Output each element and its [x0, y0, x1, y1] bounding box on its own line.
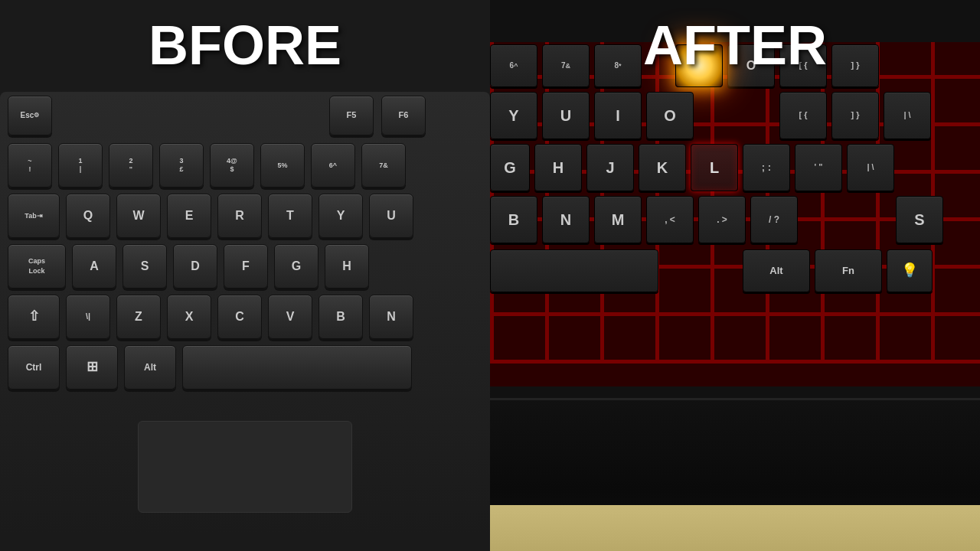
key-a: A — [72, 244, 116, 289]
key-w: W — [116, 194, 161, 238]
key-after-n: N — [542, 196, 590, 243]
key-after-k: K — [639, 144, 686, 191]
after-panel: AFTER 6^ 7& 8* O [ { ] } Y U I O [ { ] }… — [490, 0, 980, 551]
key-backslash: \| — [66, 295, 110, 339]
key-g: G — [274, 244, 318, 289]
key-after-s-partial: S — [896, 196, 943, 243]
key-after-pipe: | \ — [884, 92, 931, 139]
key-c: C — [217, 295, 262, 339]
key-esc: Esc⚙ — [8, 96, 52, 135]
key-u: U — [369, 194, 413, 238]
key-alt: Alt — [124, 345, 176, 390]
key-t: T — [268, 194, 312, 238]
key-after-space — [490, 249, 658, 292]
key-after-o: O — [646, 92, 694, 139]
key-3: 3£ — [159, 143, 204, 187]
key-space — [182, 345, 412, 390]
key-ctrl: Ctrl — [8, 345, 60, 390]
key-win: ⊞ — [66, 345, 118, 390]
key-after-period: . > — [698, 196, 746, 243]
key-after-y: Y — [490, 92, 537, 139]
key-shift: ⇧ — [8, 295, 60, 339]
key-7: 7& — [361, 143, 406, 187]
key-n: N — [369, 295, 413, 339]
key-5: 5% — [260, 143, 305, 187]
key-h: H — [325, 244, 369, 289]
key-tab: Tab⇥ — [8, 194, 60, 238]
key-after-l: L — [691, 144, 738, 191]
key-y: Y — [318, 194, 363, 238]
key-after-u: U — [542, 92, 590, 139]
desk-surface — [490, 505, 980, 551]
key-capslock: CapsLock — [8, 244, 66, 289]
before-label: BFORE — [149, 14, 341, 77]
key-after-row1-br-l: [ { — [779, 92, 827, 139]
key-after-h: H — [534, 144, 582, 191]
key-4: 4@$ — [210, 143, 254, 187]
key-after-comma: , < — [646, 196, 694, 243]
key-1: 1| — [58, 143, 103, 187]
before-keyboard: Esc⚙ F5 F6 ~! 1| 2" 3£ 4@$ 5% 6^ 7& Tab⇥… — [0, 92, 490, 536]
key-v: V — [268, 295, 312, 339]
key-after-slash: / ? — [750, 196, 798, 243]
key-after-i: I — [594, 92, 642, 139]
key-x: X — [167, 295, 211, 339]
after-label: AFTER — [643, 14, 827, 77]
key-after-bracket-r: ] } — [831, 44, 879, 87]
key-after-row1-br-r: ] } — [831, 92, 879, 139]
key-q: Q — [66, 194, 110, 238]
key-after-semicolon: ; : — [743, 144, 790, 191]
key-b: B — [318, 295, 363, 339]
key-after-6: 6^ — [490, 44, 537, 87]
key-after-7: 7& — [542, 44, 590, 87]
key-after-quote: ' " — [795, 144, 842, 191]
key-2: 2" — [109, 143, 153, 187]
key-after-g: G — [490, 144, 530, 191]
key-f5: F5 — [329, 96, 374, 135]
touchpad — [138, 421, 352, 513]
key-after-enter-stub: | \ — [847, 144, 894, 191]
key-after-light: 💡 — [887, 249, 933, 292]
key-after-fn: Fn — [815, 249, 882, 292]
key-d: D — [173, 244, 217, 289]
key-after-alt: Alt — [743, 249, 810, 292]
key-r: R — [217, 194, 262, 238]
key-e: E — [167, 194, 211, 238]
key-6: 6^ — [311, 143, 355, 187]
key-after-m: M — [594, 196, 642, 243]
key-after-8: 8* — [594, 44, 642, 87]
key-f6: F6 — [381, 96, 426, 135]
key-z: Z — [116, 295, 161, 339]
key-after-b: B — [490, 196, 537, 243]
key-after-j: J — [586, 144, 634, 191]
key-tilde: ~! — [8, 143, 52, 187]
key-s: S — [122, 244, 167, 289]
before-panel: BFORE Esc⚙ F5 F6 ~! 1| 2" 3£ 4@$ 5% 6^ 7… — [0, 0, 490, 551]
key-f: F — [224, 244, 268, 289]
